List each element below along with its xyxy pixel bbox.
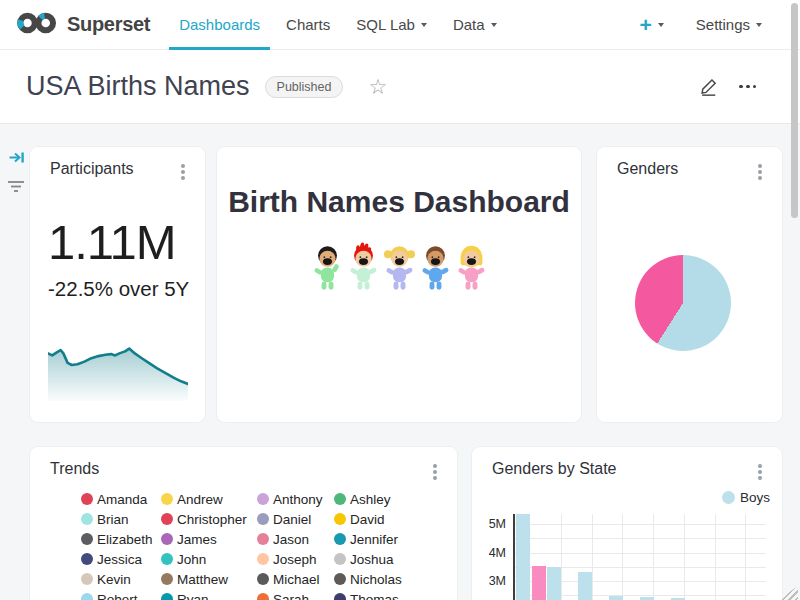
card-title: Genders	[617, 160, 678, 178]
legend-name: Jennifer	[350, 532, 398, 547]
kebab-menu-icon[interactable]	[754, 462, 766, 482]
kebab-menu-icon[interactable]	[754, 162, 766, 182]
card-genders: Genders	[597, 147, 782, 422]
nav-sql-lab[interactable]: SQL Lab	[356, 0, 427, 49]
legend-color-dot	[161, 533, 173, 545]
legend-name: Robert	[97, 592, 138, 600]
legend-name: Jessica	[97, 552, 142, 567]
more-actions-icon[interactable]	[738, 85, 758, 89]
nav-data-label: Data	[453, 16, 485, 33]
vertical-scrollbar-thumb[interactable]	[791, 3, 798, 218]
legend-item-thomas[interactable]: Thomas	[334, 589, 402, 600]
dashboard-grid: Participants 1.11M -22.5% over 5Y Birth …	[0, 125, 800, 600]
legend-color-dot	[81, 593, 93, 600]
legend-item-james[interactable]: James	[161, 529, 257, 549]
card-title: Genders by State	[492, 460, 617, 478]
legend-item-nicholas[interactable]: Nicholas	[334, 569, 402, 589]
genders-by-state-bar-chart	[513, 514, 766, 600]
legend-item-brian[interactable]: Brian	[81, 509, 161, 529]
kebab-menu-icon[interactable]	[177, 162, 189, 182]
legend-name: Ashley	[350, 492, 391, 507]
legend-item-ashley[interactable]: Ashley	[334, 489, 402, 509]
y-axis-tick: 4M	[472, 546, 506, 560]
bar-boys[interactable]	[609, 596, 623, 600]
settings-menu[interactable]: Settings	[696, 16, 762, 33]
bar-boys[interactable]	[640, 597, 654, 600]
bar-boys[interactable]	[516, 514, 530, 600]
legend-color-dot	[257, 493, 269, 505]
legend-item-anthony[interactable]: Anthony	[257, 489, 334, 509]
legend-item-jessica[interactable]: Jessica	[81, 549, 161, 569]
genders-pie-chart[interactable]	[635, 255, 731, 351]
legend-item-john[interactable]: John	[161, 549, 257, 569]
plus-icon: +	[640, 14, 652, 35]
card-title: Participants	[50, 160, 134, 178]
superset-logo[interactable]: Superset	[14, 8, 150, 42]
legend-name: Matthew	[177, 572, 228, 587]
legend-item-boys[interactable]: Boys	[722, 490, 770, 505]
expand-filter-bar-icon[interactable]	[6, 147, 26, 167]
legend-color-dot	[334, 493, 346, 505]
superset-infinity-icon	[14, 8, 60, 42]
legend-item-sarah[interactable]: Sarah	[257, 589, 334, 600]
kebab-menu-icon[interactable]	[429, 462, 441, 482]
legend-item-elizabeth[interactable]: Elizabeth	[81, 529, 161, 549]
legend-name: Andrew	[177, 492, 223, 507]
legend-item-michael[interactable]: Michael	[257, 569, 334, 589]
legend-color-dot	[722, 491, 735, 504]
nav-dashboards[interactable]: Dashboards	[179, 0, 260, 49]
chevron-down-icon	[658, 23, 664, 27]
chevron-down-icon	[756, 23, 762, 27]
legend-color-dot	[161, 593, 173, 600]
legend-item-jason[interactable]: Jason	[257, 529, 334, 549]
filter-funnel-icon[interactable]	[6, 177, 26, 197]
edit-pencil-icon[interactable]	[700, 78, 718, 96]
legend-item-ryan[interactable]: Ryan	[161, 589, 257, 600]
card-participants: Participants 1.11M -22.5% over 5Y	[30, 147, 205, 422]
trends-legend: AmandaAndrewAnthonyAshleyBrianChristophe…	[81, 489, 402, 600]
filter-rail	[6, 147, 26, 197]
legend-name: Michael	[273, 572, 320, 587]
legend-item-amanda[interactable]: Amanda	[81, 489, 161, 509]
legend-item-christopher[interactable]: Christopher	[161, 509, 257, 529]
bar-girls[interactable]	[532, 566, 546, 600]
legend-name: Elizabeth	[97, 532, 153, 547]
legend-name: Boys	[740, 490, 770, 505]
bar-boys[interactable]	[547, 567, 561, 600]
legend-item-daniel[interactable]: Daniel	[257, 509, 334, 529]
legend-name: James	[177, 532, 217, 547]
nav-sql-lab-label: SQL Lab	[356, 16, 415, 33]
legend-item-kevin[interactable]: Kevin	[81, 569, 161, 589]
dashboard-header: USA Births Names Published ☆	[0, 50, 800, 124]
legend-name: Christopher	[177, 512, 247, 527]
legend-item-joshua[interactable]: Joshua	[334, 549, 402, 569]
published-badge[interactable]: Published	[265, 76, 344, 98]
navbar-right: + Settings	[640, 14, 786, 35]
legend-item-robert[interactable]: Robert	[81, 589, 161, 600]
legend-name: Nicholas	[350, 572, 402, 587]
legend-item-joseph[interactable]: Joseph	[257, 549, 334, 569]
legend-name: David	[350, 512, 385, 527]
bar-boys[interactable]	[578, 572, 592, 600]
legend-item-david[interactable]: David	[334, 509, 402, 529]
nav-data[interactable]: Data	[453, 0, 497, 49]
legend-color-dot	[334, 533, 346, 545]
settings-label: Settings	[696, 16, 750, 33]
nav-charts[interactable]: Charts	[286, 0, 330, 49]
legend-item-jennifer[interactable]: Jennifer	[334, 529, 402, 549]
legend-name: Thomas	[350, 592, 399, 600]
legend-name: Ryan	[177, 592, 209, 600]
kid-spiky	[346, 242, 381, 299]
legend-color-dot	[334, 513, 346, 525]
legend-item-andrew[interactable]: Andrew	[161, 489, 257, 509]
new-item-button[interactable]: +	[640, 14, 664, 35]
kid-bowl	[418, 242, 453, 299]
legend-color-dot	[81, 573, 93, 585]
legend-item-matthew[interactable]: Matthew	[161, 569, 257, 589]
kid-bob	[454, 242, 489, 299]
big-number-subheader: -22.5% over 5Y	[48, 279, 189, 300]
participants-sparkline-chart	[48, 333, 188, 401]
favorite-star-icon[interactable]: ☆	[368, 76, 387, 97]
legend-name: Joseph	[273, 552, 317, 567]
legend-color-dot	[161, 573, 173, 585]
